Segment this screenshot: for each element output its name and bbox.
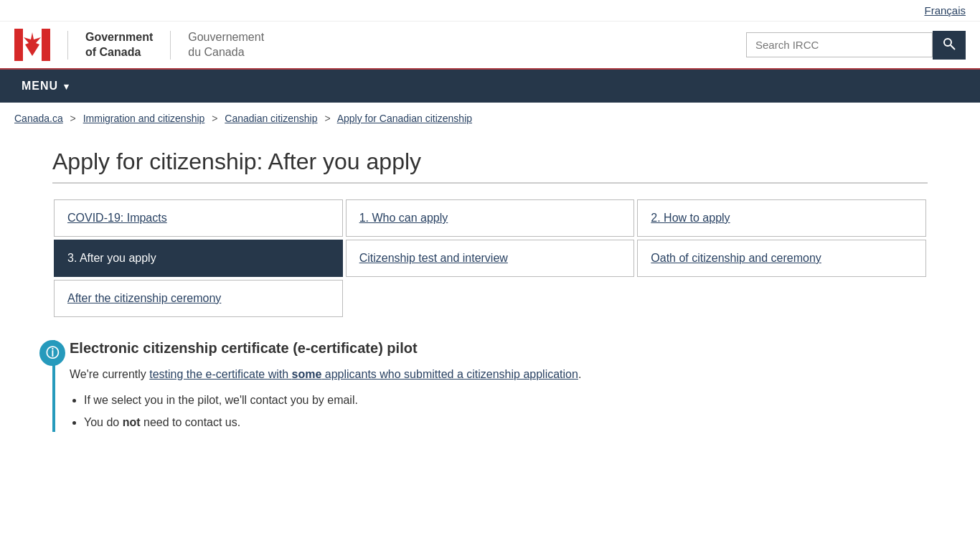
search-area bbox=[746, 31, 966, 60]
nav-card-covid[interactable]: COVID-19: Impacts bbox=[54, 199, 343, 237]
nav-card-who-link[interactable]: 1. Who can apply bbox=[359, 212, 448, 224]
nav-card-oath-link[interactable]: Oath of citizenship and ceremony bbox=[651, 252, 821, 264]
svg-line-4 bbox=[951, 45, 955, 50]
info-box-intro-para: We're currently testing the e-certificat… bbox=[70, 365, 928, 384]
site-header: Governmentof Canada Gouvernementdu Canad… bbox=[0, 22, 980, 70]
some-bold: some bbox=[292, 368, 322, 380]
breadcrumb-canada[interactable]: Canada.ca bbox=[14, 113, 63, 124]
nav-card-how-link[interactable]: 2. How to apply bbox=[651, 212, 730, 224]
nav-card-after-apply-label: 3. After you apply bbox=[67, 252, 156, 264]
info-bullet-list: If we select you in the pilot, we'll con… bbox=[84, 391, 928, 432]
not-bold: not bbox=[123, 416, 141, 428]
nav-card-test-link[interactable]: Citizenship test and interview bbox=[359, 252, 508, 264]
nav-cards-grid: COVID-19: Impacts 1. Who can apply 2. Ho… bbox=[52, 198, 928, 319]
logo-divider bbox=[67, 31, 68, 60]
breadcrumb: Canada.ca > Immigration and citizenship … bbox=[0, 103, 980, 134]
canada-flag-icon bbox=[14, 29, 50, 61]
svg-rect-1 bbox=[42, 29, 50, 61]
main-content: Apply for citizenship: After you apply C… bbox=[38, 134, 942, 465]
nav-card-after-ceremony[interactable]: After the citizenship ceremony bbox=[54, 280, 343, 317]
nav-card-after-apply[interactable]: 3. After you apply bbox=[54, 240, 343, 277]
top-bar: Français bbox=[0, 0, 980, 22]
nav-card-oath[interactable]: Oath of citizenship and ceremony bbox=[637, 240, 926, 277]
breadcrumb-apply[interactable]: Apply for Canadian citizenship bbox=[337, 113, 472, 124]
menu-label: MENU bbox=[22, 80, 58, 93]
language-toggle[interactable]: Français bbox=[924, 4, 966, 17]
info-bullet-2: You do not need to contact us. bbox=[84, 413, 928, 432]
info-box: ⓘ Electronic citizenship certificate (e-… bbox=[52, 340, 928, 432]
page-title: Apply for citizenship: After you apply bbox=[52, 149, 928, 184]
breadcrumb-citizenship[interactable]: Canadian citizenship bbox=[225, 113, 317, 124]
svg-rect-0 bbox=[14, 29, 23, 61]
search-icon bbox=[943, 37, 956, 50]
info-box-body: We're currently testing the e-certificat… bbox=[70, 365, 928, 432]
nav-card-who[interactable]: 1. Who can apply bbox=[346, 199, 635, 237]
info-bullet-1: If we select you in the pilot, we'll con… bbox=[84, 391, 928, 410]
breadcrumb-immigration[interactable]: Immigration and citizenship bbox=[83, 113, 205, 124]
search-input[interactable] bbox=[746, 32, 933, 57]
info-intro-text: We're currently bbox=[70, 368, 146, 380]
nav-card-covid-link[interactable]: COVID-19: Impacts bbox=[67, 212, 167, 224]
logo-divider-2 bbox=[170, 31, 171, 60]
info-box-title: Electronic citizenship certificate (e-ce… bbox=[70, 340, 928, 357]
nav-card-empty-1 bbox=[344, 278, 636, 319]
menu-button[interactable]: MENU ▾ bbox=[14, 70, 77, 103]
gov-name-en: Governmentof Canada bbox=[85, 30, 153, 60]
government-name: Governmentof Canada bbox=[85, 30, 153, 60]
nav-card-how[interactable]: 2. How to apply bbox=[637, 199, 926, 237]
chevron-down-icon: ▾ bbox=[64, 81, 70, 92]
gov-name-fr: Gouvernementdu Canada bbox=[188, 30, 264, 60]
logo-area: Governmentof Canada Gouvernementdu Canad… bbox=[14, 29, 264, 61]
info-link[interactable]: testing the e-certificate with some appl… bbox=[149, 368, 578, 380]
nav-card-test[interactable]: Citizenship test and interview bbox=[346, 240, 635, 277]
nav-card-after-ceremony-link[interactable]: After the citizenship ceremony bbox=[67, 292, 221, 304]
breadcrumb-sep-3: > bbox=[324, 113, 330, 124]
main-nav: MENU ▾ bbox=[0, 70, 980, 103]
government-name-fr: Gouvernementdu Canada bbox=[188, 30, 264, 60]
svg-point-3 bbox=[944, 39, 951, 46]
info-icon: ⓘ bbox=[39, 340, 65, 366]
nav-card-empty-2 bbox=[636, 278, 928, 319]
breadcrumb-sep-1: > bbox=[70, 113, 76, 124]
breadcrumb-sep-2: > bbox=[212, 113, 217, 124]
search-button[interactable] bbox=[933, 31, 966, 60]
